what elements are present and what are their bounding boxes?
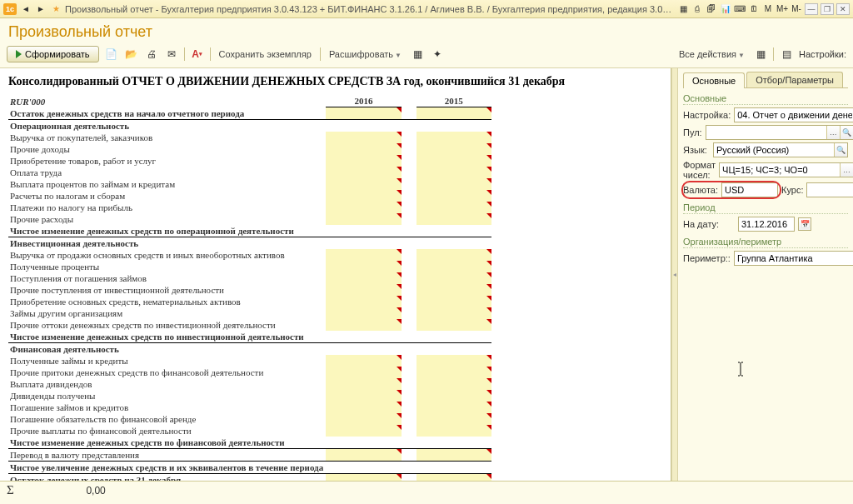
cell-year2[interactable]	[417, 190, 491, 202]
cell-year2[interactable]	[417, 378, 491, 390]
tool-icon-3[interactable]: 🗐	[706, 3, 717, 15]
cell-year2[interactable]	[417, 437, 491, 449]
cell-year1[interactable]	[326, 284, 401, 296]
tab-main[interactable]: Основные	[683, 72, 745, 88]
cell-year2[interactable]	[417, 155, 491, 167]
tab-filter[interactable]: Отбор/Параметры	[746, 72, 843, 87]
numfmt-input[interactable]: …	[719, 162, 853, 177]
table-icon[interactable]: ▦	[753, 47, 768, 62]
cell-year1[interactable]	[326, 461, 401, 473]
cell-year1[interactable]	[326, 167, 401, 178]
settings-toggle-icon[interactable]: ▤	[779, 47, 794, 62]
cell-year2[interactable]	[417, 307, 491, 319]
cell-year2[interactable]	[417, 225, 491, 237]
cell-year1[interactable]	[326, 132, 401, 143]
cell-year2[interactable]	[417, 167, 491, 178]
cell-year1[interactable]	[326, 178, 401, 190]
pool-input[interactable]: …🔍	[706, 125, 853, 140]
print-icon[interactable]: 🖨	[144, 47, 159, 62]
cell-year2[interactable]	[417, 342, 491, 355]
cell-year1[interactable]	[326, 413, 401, 425]
cell-year1[interactable]	[326, 355, 401, 367]
cell-year1[interactable]	[326, 272, 401, 284]
cell-year2[interactable]	[417, 249, 491, 261]
cell-year2[interactable]	[417, 402, 491, 413]
pane-collapse-handle[interactable]: ◂	[671, 68, 678, 481]
cell-year1[interactable]	[326, 143, 401, 155]
cell-year2[interactable]	[417, 213, 491, 225]
cell-year2[interactable]	[417, 473, 491, 481]
cell-year2[interactable]	[417, 367, 491, 378]
open-icon[interactable]: 📂	[124, 47, 139, 62]
cell-year1[interactable]	[326, 448, 401, 461]
report-area[interactable]: Консолидированный ОТЧЕТ О ДВИЖЕНИИ ДЕНЕЖ…	[0, 68, 671, 481]
cell-year2[interactable]	[417, 448, 491, 461]
nav-back-icon[interactable]: ◄	[20, 3, 32, 15]
memory-m[interactable]: M	[762, 3, 774, 15]
cell-year1[interactable]	[326, 261, 401, 272]
cell-year2[interactable]	[417, 461, 491, 473]
cell-year1[interactable]	[326, 296, 401, 307]
tool-icon-2[interactable]: ⎙	[691, 3, 703, 15]
save-copy-link[interactable]: Сохранить экземпляр	[216, 47, 315, 61]
mail-icon[interactable]: ✉	[164, 47, 179, 62]
maximize-button[interactable]: ❐	[821, 3, 834, 15]
close-button[interactable]: ✕	[836, 3, 850, 15]
cell-year2[interactable]	[417, 178, 491, 190]
cell-year1[interactable]	[326, 213, 401, 225]
cell-year2[interactable]	[417, 107, 491, 120]
calendar-icon[interactable]: 📅	[798, 217, 811, 231]
cell-year2[interactable]	[417, 284, 491, 296]
cell-year1[interactable]	[326, 237, 401, 249]
cell-year2[interactable]	[417, 319, 491, 331]
cell-year2[interactable]	[417, 237, 491, 249]
cell-year2[interactable]	[417, 425, 491, 437]
memory-mminus[interactable]: M-	[791, 3, 802, 15]
cell-year1[interactable]	[326, 249, 401, 261]
ellipsis-icon[interactable]: …	[826, 126, 840, 139]
cell-year2[interactable]	[417, 390, 491, 402]
generate-button[interactable]: Сформировать	[7, 46, 99, 62]
currency-input[interactable]: …	[721, 182, 778, 197]
copy-icon[interactable]: 📄	[104, 47, 119, 62]
decode-link[interactable]: Расшифровать▼	[326, 47, 405, 61]
favorite-icon[interactable]: ★	[50, 3, 62, 15]
tool-icon-1[interactable]: ▦	[677, 3, 689, 15]
cell-year1[interactable]	[326, 473, 401, 481]
cell-year2[interactable]	[417, 413, 491, 425]
cell-year1[interactable]	[326, 402, 401, 413]
cell-year1[interactable]	[326, 319, 401, 331]
cell-year1[interactable]	[326, 107, 401, 120]
cell-year1[interactable]	[326, 155, 401, 167]
setting-input[interactable]: …🔍	[734, 107, 853, 122]
cell-year1[interactable]	[326, 367, 401, 378]
cell-year1[interactable]	[326, 307, 401, 319]
cell-year2[interactable]	[417, 272, 491, 284]
cell-year2[interactable]	[417, 261, 491, 272]
minimize-button[interactable]: —	[805, 3, 818, 15]
cell-year1[interactable]	[326, 437, 401, 449]
cell-year1[interactable]	[326, 390, 401, 402]
ellipsis-icon[interactable]: …	[840, 163, 853, 177]
perimeter-input[interactable]: …✕🔍	[734, 251, 853, 266]
rate-input[interactable]	[806, 182, 853, 197]
cell-year2[interactable]	[417, 132, 491, 143]
cell-year2[interactable]	[417, 331, 491, 343]
cell-year2[interactable]	[417, 119, 491, 132]
tool-icon-4[interactable]: 📊	[720, 3, 731, 15]
cell-year1[interactable]	[326, 342, 401, 355]
all-actions-link[interactable]: Все действия▼	[676, 47, 748, 61]
cell-year1[interactable]	[326, 225, 401, 237]
date-input[interactable]	[738, 217, 795, 232]
lang-input[interactable]: 🔍	[713, 142, 848, 157]
cell-year1[interactable]	[326, 119, 401, 132]
font-icon[interactable]: A▾	[190, 47, 205, 62]
cell-year1[interactable]	[326, 425, 401, 437]
lookup-icon[interactable]: 🔍	[840, 126, 853, 139]
cell-year1[interactable]	[326, 331, 401, 343]
cell-year2[interactable]	[417, 296, 491, 307]
cell-year2[interactable]	[417, 202, 491, 213]
cell-year1[interactable]	[326, 378, 401, 390]
memory-mplus[interactable]: M+	[776, 3, 788, 15]
excel-icon[interactable]: ▦	[410, 47, 425, 62]
